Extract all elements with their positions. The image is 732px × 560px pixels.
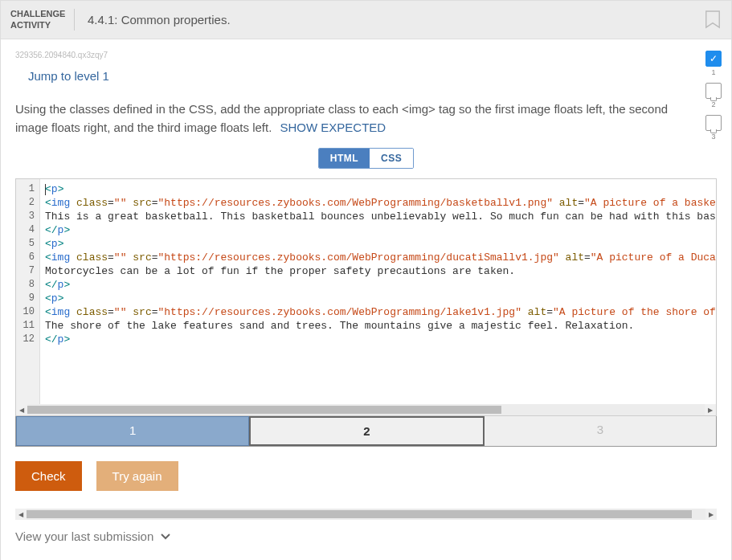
level-tab-2[interactable]: 2 bbox=[249, 416, 484, 446]
scroll-right-arrow-icon[interactable]: ▶ bbox=[705, 404, 716, 415]
label-line1: CHALLENGE bbox=[10, 9, 66, 19]
check-icon: ✓ bbox=[710, 53, 718, 64]
line-gutter: 123456789101112 bbox=[16, 179, 40, 404]
watermark-id: 329356.2094840.qx3zqy7 bbox=[15, 51, 717, 59]
bookmark-icon[interactable] bbox=[704, 10, 722, 31]
scroll-left-arrow-icon[interactable]: ◀ bbox=[15, 509, 27, 520]
view-last-label: View your last submission bbox=[15, 529, 153, 543]
code-tab-switch: HTML CSS bbox=[15, 148, 717, 169]
scroll-thumb[interactable] bbox=[27, 406, 501, 414]
jump-to-level-link[interactable]: Jump to level 1 bbox=[28, 69, 109, 83]
scroll-left-arrow-icon[interactable]: ◀ bbox=[16, 404, 27, 415]
instructions-text: Using the classes defined in the CSS, ad… bbox=[15, 100, 674, 137]
scroll-track[interactable] bbox=[27, 509, 705, 520]
tab-group: HTML CSS bbox=[318, 148, 415, 169]
view-last-submission[interactable]: View your last submission bbox=[15, 529, 171, 543]
progress-label-1: 1 bbox=[711, 68, 715, 76]
activity-title: 4.4.1: Common properties. bbox=[88, 13, 704, 27]
progress-step-3[interactable] bbox=[705, 115, 722, 131]
label-line2: ACTIVITY bbox=[10, 20, 66, 31]
code-area[interactable]: <p> <img class="" src="https://resources… bbox=[40, 179, 716, 404]
show-expected-link[interactable]: SHOW EXPECTED bbox=[280, 121, 386, 134]
scroll-track[interactable] bbox=[27, 404, 705, 415]
level-tab-1[interactable]: 1 bbox=[16, 416, 249, 446]
tab-css[interactable]: CSS bbox=[370, 149, 413, 168]
chevron-down-icon bbox=[160, 529, 171, 543]
level-tabs: 1 2 3 bbox=[15, 416, 717, 447]
check-button[interactable]: Check bbox=[15, 461, 82, 491]
scroll-thumb[interactable] bbox=[27, 510, 692, 518]
progress-column: ✓ 1 2 3 bbox=[705, 51, 722, 145]
activity-header: CHALLENGE ACTIVITY 4.4.1: Common propert… bbox=[1, 1, 731, 39]
progress-label-2: 2 bbox=[711, 100, 715, 108]
activity-type-label: CHALLENGE ACTIVITY bbox=[10, 9, 75, 30]
editor-horizontal-scrollbar[interactable]: ◀ ▶ bbox=[16, 404, 716, 415]
content-area: ✓ 1 2 3 329356.2094840.qx3zqy7 Jump to l… bbox=[1, 39, 731, 560]
code-editor[interactable]: 123456789101112 <p> <img class="" src="h… bbox=[15, 178, 717, 416]
scroll-right-arrow-icon[interactable]: ▶ bbox=[705, 509, 717, 520]
progress-label-3: 3 bbox=[711, 133, 715, 141]
tab-html[interactable]: HTML bbox=[319, 149, 370, 168]
page-horizontal-scrollbar[interactable]: ◀ ▶ bbox=[15, 509, 717, 520]
progress-step-2[interactable] bbox=[705, 83, 722, 99]
try-again-button[interactable]: Try again bbox=[96, 461, 178, 491]
activity-container: CHALLENGE ACTIVITY 4.4.1: Common propert… bbox=[0, 0, 732, 560]
level-tab-3[interactable]: 3 bbox=[485, 416, 716, 446]
progress-step-1[interactable]: ✓ bbox=[705, 51, 722, 67]
action-buttons: Check Try again bbox=[15, 461, 717, 491]
